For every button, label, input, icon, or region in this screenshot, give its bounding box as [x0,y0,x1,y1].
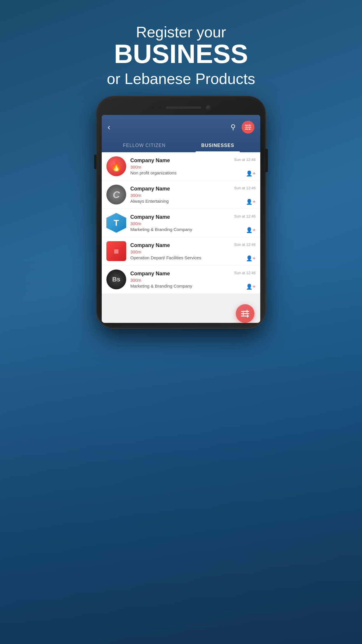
follow-icon-5[interactable]: 👤+ [246,284,256,290]
biz-info-5: Company Name Sun at 12:46 300m Marketing… [130,271,256,288]
header-line3: or Lebanese Products [0,70,362,88]
fab-icon [241,311,249,316]
biz-category-1: Non profit organizations [130,170,256,175]
svg-point-3 [248,125,250,126]
filter-button[interactable] [242,121,254,134]
phone-body: ‹ ⚲ [96,96,266,328]
search-icon[interactable]: ⚲ [231,123,236,131]
biz-category-3: Marketing & Branding Company [130,227,256,232]
follow-icon-2[interactable]: 👤+ [246,199,256,205]
biz-category-5: Marketing & Branding Company [130,284,256,288]
phone-side-button-left [94,155,96,169]
biz-info-3: Company Name Sun at 12:46 300m Marketing… [130,214,256,232]
svg-point-5 [249,128,250,130]
fab-line-2 [241,313,249,314]
fab-line-1 [241,311,249,312]
header-line2: BUSINESS [0,41,362,67]
business-item-4[interactable]: Company Name Sun at 12:46 300m Operation… [102,237,260,265]
phone-side-button-right [266,149,268,172]
header-section: Register your BUSINESS or Lebanese Produ… [0,0,362,88]
app-tabs: FELLOW CITIZEN BUSINESSES [108,139,254,152]
follow-icon-4[interactable]: 👤+ [246,255,256,262]
phone-mockup: ‹ ⚲ [96,96,266,328]
biz-time-5: Sun at 12:46 [234,271,256,275]
follow-icon-3[interactable]: 👤+ [246,227,256,233]
biz-info-4: Company Name Sun at 12:46 300m Operation… [130,242,256,260]
biz-distance-1: 300m [130,164,256,169]
biz-name-4: Company Name [130,242,170,249]
biz-time-2: Sun at 12:46 [234,186,256,190]
phone-sensor-2 [159,106,161,109]
phone-sensor-1 [151,106,154,109]
tab-businesses[interactable]: BUSINESSES [181,139,254,152]
biz-distance-4: 300m [130,249,256,254]
app-header: ‹ ⚲ [102,115,260,152]
biz-distance-3: 300m [130,221,256,226]
biz-logo-2 [106,185,126,204]
business-item-1[interactable]: Company Name Sun at 12:46 300m Non profi… [102,152,260,181]
biz-category-4: Operation Depart/ Facilities Services [130,255,256,260]
phone-screen: ‹ ⚲ [102,115,260,323]
biz-time-4: Sun at 12:46 [234,242,256,247]
biz-info-2: Company Name Sun at 12:46 300m Always En… [130,186,256,204]
biz-name-1: Company Name [130,158,170,164]
fab-line-3 [241,316,249,316]
biz-name-3: Company Name [130,214,170,220]
phone-speaker [166,106,201,109]
biz-logo-5 [106,270,126,289]
header-icons: ⚲ [231,121,254,134]
phone-camera [206,105,211,110]
biz-distance-5: 300m [130,278,256,283]
bottom-bar [102,294,260,323]
tab-fellow-citizen[interactable]: FELLOW CITIZEN [108,139,181,152]
phone-top-bar [102,102,260,115]
follow-icon-1[interactable]: 👤+ [246,170,256,177]
biz-info-1: Company Name Sun at 12:46 300m Non profi… [130,158,256,175]
business-item-3[interactable]: Company Name Sun at 12:46 300m Marketing… [102,209,260,237]
back-button[interactable]: ‹ [108,123,110,132]
biz-name-2: Company Name [130,186,170,192]
svg-point-4 [246,126,248,128]
header-line1: Register your [0,23,362,41]
biz-category-2: Always Entertaining [130,199,256,204]
fab-filter-button[interactable] [236,304,254,323]
business-item-2[interactable]: Company Name Sun at 12:46 300m Always En… [102,181,260,209]
biz-logo-1 [106,156,126,176]
business-item-5[interactable]: Company Name Sun at 12:46 300m Marketing… [102,265,260,294]
biz-distance-2: 300m [130,193,256,198]
biz-time-1: Sun at 12:46 [234,158,256,162]
biz-logo-4 [106,241,126,261]
business-list: Company Name Sun at 12:46 300m Non profi… [102,152,260,294]
biz-logo-3 [106,213,126,233]
app-top-row: ‹ ⚲ [108,121,254,139]
biz-name-5: Company Name [130,271,170,277]
biz-time-3: Sun at 12:46 [234,214,256,218]
